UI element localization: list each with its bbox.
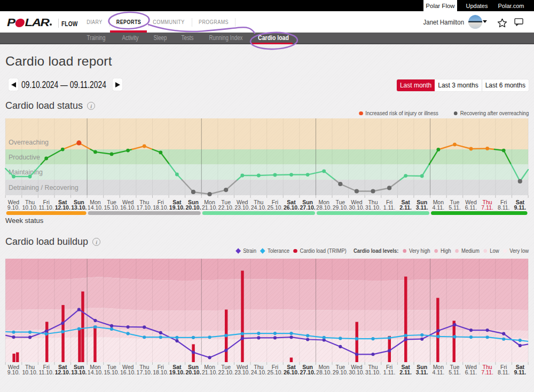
buildup-info-icon[interactable]: i xyxy=(92,238,100,246)
legend-item-recovering: Recovering after overreaching xyxy=(453,110,529,116)
subnav-item-activity[interactable]: Activity xyxy=(120,33,141,43)
legend-item-strain: Strain xyxy=(236,248,256,254)
strain-dot xyxy=(77,308,81,311)
status-line-segment xyxy=(471,148,488,149)
feedback-bubble-icon[interactable] xyxy=(514,18,524,28)
x-axis-date-label: 2.11. xyxy=(399,204,412,211)
x-axis-date-label: 1.11. xyxy=(383,204,396,211)
nav-item-diary[interactable]: DIARY xyxy=(84,11,105,33)
strain-dot xyxy=(289,335,293,339)
very-low-dot-icon xyxy=(503,249,507,253)
topbar-tab-polar-flow[interactable]: Polar Flow xyxy=(423,0,457,11)
legend-strain-label: Strain xyxy=(243,248,256,254)
tolerance-dot xyxy=(404,334,407,337)
tolerance-dot xyxy=(355,337,358,340)
x-axis-date-label: 12.10. xyxy=(55,204,70,211)
flow-label: FLOW xyxy=(61,20,77,28)
x-axis-date-label: 8.11. xyxy=(498,204,510,211)
tolerance-dot xyxy=(323,336,326,339)
x-axis-date-label: 3.11. xyxy=(416,369,428,375)
tolerance-dot xyxy=(77,327,81,330)
week-status-bar xyxy=(202,211,315,215)
cardio-load-levels-label: Cardio load levels: xyxy=(354,248,398,254)
medium-dot-icon xyxy=(455,249,459,253)
topbar-link-updates[interactable]: Updates xyxy=(460,0,493,11)
x-axis-date-label: 22.10. xyxy=(218,204,234,211)
trimp-bar xyxy=(78,329,81,362)
avatar[interactable] xyxy=(468,15,482,29)
subnav-item-tests-label: Tests xyxy=(182,34,194,42)
subnav-item-sleep[interactable]: Sleep xyxy=(152,33,169,43)
last-month-button[interactable]: Last month xyxy=(397,79,435,91)
subnav-item-tests[interactable]: Tests xyxy=(179,33,195,43)
favorites-star-icon[interactable] xyxy=(497,18,507,30)
x-axis-date-label: 18.10. xyxy=(153,369,168,375)
trimp-bar xyxy=(290,357,293,362)
status-point-dot xyxy=(387,186,391,190)
legend-low-label: Low xyxy=(490,248,499,254)
x-axis-date-label: 1.11. xyxy=(383,369,396,375)
strain-dot xyxy=(241,337,244,340)
x-axis-date-label: 7.11. xyxy=(481,369,493,375)
x-axis-date-label: 16.10. xyxy=(120,369,136,375)
subnav-item-running-index[interactable]: Running Index xyxy=(205,33,248,43)
user-menu-caret-icon[interactable] xyxy=(483,20,487,23)
strain-marker-icon xyxy=(235,248,241,253)
user-name[interactable]: Janet Hamilton xyxy=(423,18,464,26)
nav-item-programs-label: PROGRAMS xyxy=(199,19,229,25)
strain-dot xyxy=(355,353,358,356)
status-point-dot xyxy=(404,174,407,178)
topbar-link-polar-com[interactable]: Polar.com xyxy=(493,0,529,11)
last-6-months-button[interactable]: Last 6 months xyxy=(482,79,529,91)
strain-dot xyxy=(257,336,260,339)
x-axis-date-label: 10.10. xyxy=(22,204,37,211)
x-axis-date-label: 4.11. xyxy=(433,369,445,375)
status-point-dot xyxy=(110,153,114,156)
x-axis-date-label: 13.10. xyxy=(71,204,87,211)
status-point-dot xyxy=(76,140,81,145)
status-point-dot xyxy=(306,173,310,177)
x-axis-date-label: 14.10. xyxy=(88,204,103,211)
legend-item-very-low: Very low xyxy=(503,248,529,254)
trimp-bar xyxy=(93,326,96,362)
tolerance-dot xyxy=(371,337,374,340)
legend-item-trimp: Cardio load (TRIMP) xyxy=(294,248,347,254)
tolerance-marker-icon xyxy=(260,248,265,253)
subnav-item-training[interactable]: Training xyxy=(84,33,108,43)
trimp-bar xyxy=(241,271,244,362)
status-info-icon[interactable]: i xyxy=(87,102,95,110)
very-high-dot-icon xyxy=(403,249,406,253)
strain-dot xyxy=(502,332,505,335)
week-status-label: Week status xyxy=(5,217,43,225)
previous-period-button[interactable] xyxy=(9,78,18,91)
subnav-item-cardio-load[interactable]: Cardio load xyxy=(255,33,292,43)
nav-item-community[interactable]: COMMUNITY xyxy=(148,11,189,33)
tolerance-dot xyxy=(469,335,473,339)
next-period-button[interactable] xyxy=(113,78,122,91)
last-3-months-button[interactable]: Last 3 months xyxy=(435,79,481,91)
strain-dot xyxy=(159,331,162,334)
polar-logo[interactable]: PLAR xyxy=(7,17,52,28)
status-point-dot xyxy=(175,173,179,177)
x-axis-date-label: 4.11. xyxy=(433,204,445,211)
nav-item-programs[interactable]: PROGRAMS xyxy=(194,11,233,33)
x-axis-date-label: 17.10. xyxy=(137,204,152,211)
low-dot-icon xyxy=(483,249,487,253)
reports-active-underline xyxy=(110,30,147,33)
x-axis-date-label: 22.10. xyxy=(218,369,234,375)
x-axis-date-label: 6.11. xyxy=(465,204,477,211)
nav-item-reports[interactable]: REPORTS xyxy=(113,11,145,33)
status-point-dot xyxy=(322,170,326,173)
trimp-bar xyxy=(45,322,48,362)
tolerance-dot xyxy=(143,335,146,339)
strain-dot xyxy=(208,356,211,359)
x-axis-date-label: 29.10. xyxy=(333,204,348,211)
nav-separator xyxy=(192,18,192,27)
x-axis-date-label: 10.10. xyxy=(22,369,37,375)
x-axis-date-label: 20.10. xyxy=(185,369,201,375)
subnav-item-training-label: Training xyxy=(87,34,106,42)
x-axis-date-label: 24.10. xyxy=(251,369,266,375)
x-axis-date-label: 16.10. xyxy=(120,204,136,211)
x-axis-date-label: 21.10. xyxy=(202,204,217,211)
legend-item-medium: Medium xyxy=(455,248,480,254)
